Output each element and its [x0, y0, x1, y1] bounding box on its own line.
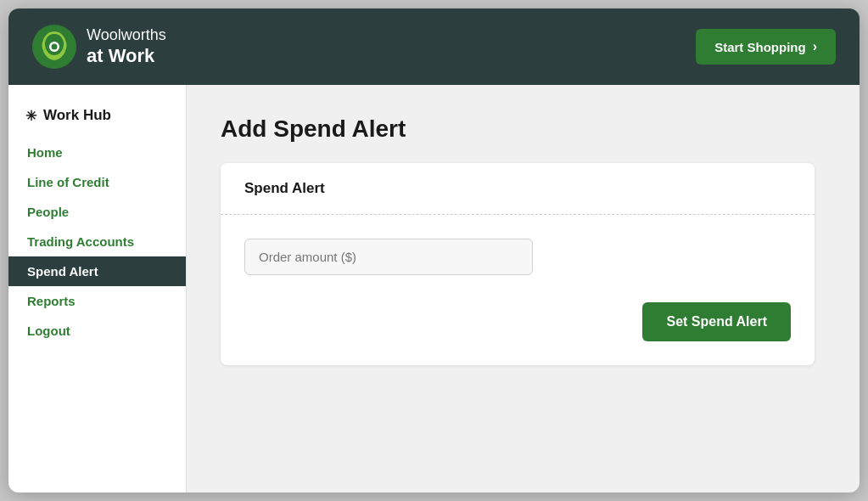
app-window: Woolworths at Work Start Shopping › ✳ Wo…	[8, 8, 860, 493]
logo-text: Woolworths at Work	[87, 26, 166, 67]
card-footer: Set Spend Alert	[221, 302, 815, 365]
sidebar-item-line-of-credit[interactable]: Line of Credit	[8, 167, 186, 197]
header: Woolworths at Work Start Shopping ›	[8, 8, 860, 85]
spend-alert-card: Spend Alert Set Spend Alert	[221, 163, 815, 365]
sidebar-item-trading-accounts[interactable]: Trading Accounts	[8, 227, 186, 256]
set-spend-alert-button[interactable]: Set Spend Alert	[642, 302, 791, 341]
sidebar-section-header: ✳ Work Hub	[8, 99, 186, 138]
sidebar-item-people[interactable]: People	[8, 197, 186, 227]
sidebar-nav: Home Line of Credit People Trading Accou…	[8, 138, 186, 346]
main-content: Add Spend Alert Spend Alert Set Spend Al…	[187, 85, 860, 493]
sidebar-section-label: Work Hub	[43, 107, 111, 124]
start-shopping-button[interactable]: Start Shopping ›	[696, 29, 836, 65]
sidebar-link-line-of-credit[interactable]: Line of Credit	[8, 167, 186, 197]
sidebar-link-trading-accounts[interactable]: Trading Accounts	[8, 227, 186, 256]
sidebar-link-reports[interactable]: Reports	[8, 286, 186, 316]
sidebar-item-logout[interactable]: Logout	[8, 316, 186, 346]
sidebar-link-logout[interactable]: Logout	[8, 316, 186, 346]
woolworths-logo-icon	[32, 25, 76, 69]
page-title: Add Spend Alert	[221, 115, 826, 143]
card-body	[221, 215, 815, 302]
sidebar-link-home[interactable]: Home	[8, 138, 186, 167]
brand-name: Woolworths	[87, 26, 166, 45]
brand-sub: at Work	[87, 45, 166, 67]
sidebar-item-spend-alert[interactable]: Spend Alert	[8, 256, 186, 286]
sidebar-item-reports[interactable]: Reports	[8, 286, 186, 316]
sidebar: ✳ Work Hub Home Line of Credit People Tr…	[8, 85, 187, 493]
sidebar-link-spend-alert[interactable]: Spend Alert	[8, 256, 186, 286]
sidebar-item-home[interactable]: Home	[8, 138, 186, 167]
order-amount-input[interactable]	[244, 239, 533, 275]
sidebar-link-people[interactable]: People	[8, 197, 186, 227]
card-header: Spend Alert	[221, 163, 815, 215]
main-layout: ✳ Work Hub Home Line of Credit People Tr…	[8, 85, 860, 493]
chevron-right-icon: ›	[813, 39, 817, 54]
svg-point-2	[52, 44, 58, 50]
work-hub-icon: ✳	[25, 108, 36, 124]
logo-area: Woolworths at Work	[32, 25, 166, 69]
